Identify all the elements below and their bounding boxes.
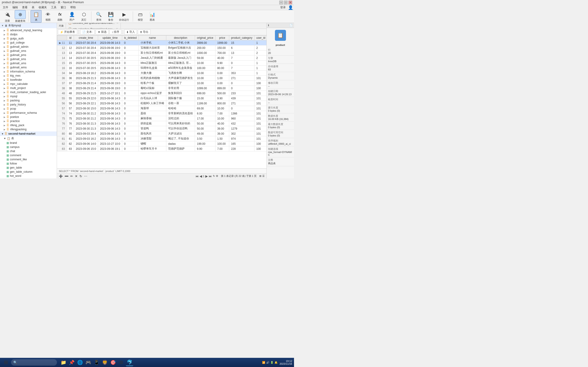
cell-name[interactable]: 烘焙盆栽 <box>138 121 166 126</box>
cell-price[interactable]: 100.00 <box>215 141 229 146</box>
cell-name[interactable]: 50周年礼盒装 <box>138 66 166 71</box>
cell-user_id[interactable]: 100 <box>254 146 267 151</box>
cell-is_deleted[interactable]: 0 <box>122 71 139 76</box>
cell-update_time[interactable]: 2023-09-06 14:3 <box>98 136 122 141</box>
cell-user_id[interactable]: 101 <box>254 126 267 131</box>
cell-name[interactable]: 松能8G 人体工学椅 <box>138 101 166 106</box>
cell-product_category[interactable]: 0 <box>229 81 254 86</box>
sidebar-db-lovefinder[interactable]: ▶🗄lovefinder <box>0 78 57 82</box>
text-button[interactable]: 📄 文本· <box>80 29 95 35</box>
table-row[interactable]: 74742023-08-30 21:22023-09-06 14:30荔枝非常新… <box>57 111 267 116</box>
tab-comment_like[interactable]: 📋comment_like @second-hand-mark...✕ <box>66 23 121 26</box>
cell-user_id[interactable]: 1 <box>254 71 267 76</box>
cell-is_deleted[interactable]: 0 <box>122 106 139 111</box>
sidebar-db-rifengpacking[interactable]: ▶🗄rifengpacking <box>0 127 57 131</box>
grid-view-icon[interactable]: ⊞ <box>259 175 261 177</box>
cell-id[interactable]: 12 <box>67 45 74 50</box>
table-row[interactable]: 13132023-07-30 20:42023-09-06 19:00富士拍立得… <box>57 50 267 56</box>
cell-description[interactable]: 大萨法泌法 <box>166 131 195 136</box>
cell-name[interactable]: Java从入门到精通 <box>138 56 166 60</box>
cell-original_price[interactable]: 49.00 <box>195 131 215 136</box>
cell-id[interactable]: 81 <box>67 136 74 141</box>
cell-id[interactable]: 83 <box>67 146 74 151</box>
cell-update_time[interactable]: 2023-10-27 10:0 <box>98 141 122 146</box>
sidebar-table-gen_table[interactable]: ▦gen_table <box>2 166 57 170</box>
cell-original_price[interactable]: 17.00 <box>195 116 215 121</box>
cell-update_time[interactable]: 2023-09-06 14:3 <box>98 111 122 116</box>
col-header-original_price[interactable]: original_price <box>195 35 215 40</box>
cell-create_time[interactable]: 2023-09-03 20:4 <box>74 131 98 136</box>
toolbar-user[interactable]: 👤 用户 <box>66 10 78 23</box>
menu-file[interactable]: 文件 <box>1 5 10 10</box>
nav-refresh[interactable]: ↻ <box>213 175 215 177</box>
toolbar-connect[interactable]: 🔌 <box>2 10 13 19</box>
cell-is_deleted[interactable]: 0 <box>122 146 139 151</box>
cell-original_price[interactable]: 1099.00 <box>195 86 215 91</box>
refresh-icon[interactable]: ↻ <box>79 174 82 178</box>
cell-create_time[interactable]: 2023-07-30 20:4 <box>74 45 98 50</box>
cell-is_deleted[interactable]: 0 <box>122 116 139 121</box>
ddl-icon[interactable]: 📄 <box>289 24 293 27</box>
cell-name[interactable]: 大撒大撒 <box>138 71 166 76</box>
cell-create_time[interactable]: 2023-07-30 20:4 <box>74 40 98 45</box>
cell-user_id[interactable]: 101 <box>254 116 267 121</box>
cell-description[interactable]: 国际服个服 <box>166 96 195 101</box>
cell-user_id[interactable]: 100 <box>254 81 267 86</box>
toolbar-new-query[interactable]: ⊕ <box>15 10 26 19</box>
menu-favorites[interactable]: 收藏夹 <box>37 5 49 10</box>
cell-id[interactable]: 75 <box>67 116 74 121</box>
cell-product_category[interactable]: 1279 <box>229 126 254 131</box>
cell-description[interactable]: 非常好用 <box>166 86 195 91</box>
cell-update_time[interactable]: 2023-09-06 19:1 <box>98 146 122 151</box>
nav-next[interactable]: ▶ <box>205 174 208 178</box>
sidebar-db-muti_container_loading_aolei[interactable]: ▶🗄muti_container_loading_aolei <box>0 90 57 94</box>
cell-original_price[interactable]: 59.00 <box>195 56 215 60</box>
cell-price[interactable]: 10.00 <box>215 116 229 121</box>
sidebar-db-gulimall_pms[interactable]: ▶🗄gulimall_pms <box>0 53 57 57</box>
cell-update_time[interactable]: 2023-09-06 19:0 <box>98 45 122 50</box>
cell-user_id[interactable]: 101 <box>254 106 267 111</box>
cell-name[interactable]: 宝格丽大吉岭茶 <box>138 45 166 50</box>
cell-create_time[interactable]: 2023-08-30 21:2 <box>74 111 98 116</box>
cell-original_price[interactable]: 8.00 <box>195 111 215 116</box>
cell-product_category[interactable]: 353 <box>229 71 254 76</box>
toolbar-model[interactable]: 🗃 模型 <box>135 10 146 23</box>
cell-product_category[interactable]: 165 <box>229 141 254 146</box>
cell-price[interactable]: 7.00 <box>215 146 229 151</box>
sidebar-db-performance_schema[interactable]: ▶🗄performance_schema <box>0 111 57 115</box>
cell-name[interactable]: 哈啰单车月卡 <box>138 146 166 151</box>
sidebar-db-second-hand-market[interactable]: ▼🗄second-hand-market <box>0 131 57 136</box>
cell-price[interactable]: 39.00 <box>215 126 229 131</box>
edit-row-icon[interactable]: ✏ <box>70 174 73 178</box>
table-row[interactable]: 37372023-08-29 21:42023-09-06 19:00给客户个板… <box>57 81 267 86</box>
cell-is_deleted[interactable]: 0 <box>122 131 139 136</box>
cell-id[interactable]: 77 <box>67 126 74 131</box>
cell-create_time[interactable]: 2023-08-29 21:4 <box>74 81 98 86</box>
cell-product_category[interactable]: 0 <box>229 86 254 91</box>
cell-update_time[interactable]: 2023-09-06 19:0 <box>98 86 122 91</box>
cell-update_time[interactable]: 2023-09-06 19:0 <box>98 50 122 56</box>
menu-view[interactable]: 查看 <box>20 5 29 10</box>
sidebar-db-dsdps[interactable]: ▶🗄dsdps <box>0 32 57 36</box>
cell-product_category[interactable]: 7 <box>229 66 254 71</box>
cell-name[interactable]: 给客户个板 <box>138 81 166 86</box>
cell-user_id[interactable]: 101 <box>254 121 267 126</box>
cell-description[interactable]: 富士拍立得相机mi <box>166 50 195 56</box>
cell-create_time[interactable]: 2023-08-19 16:2 <box>74 71 98 76</box>
table-row[interactable]: 76762023-08-30 21:32023-09-06 14:30烘焙盆栽可… <box>57 121 267 126</box>
col-header-create_time[interactable]: create_time <box>74 35 98 40</box>
cell-update_time[interactable]: 2023-09-06 14:3 <box>98 116 122 121</box>
table-row[interactable]: 16162023-07-30 20:52023-09-06 14:3050周年礼… <box>57 66 267 71</box>
cell-description[interactable]: 范德萨范德萨 <box>166 146 195 151</box>
sidebar-db-party_history[interactable]: ▶🗄party_history <box>0 102 57 107</box>
cell-original_price[interactable]: 50.00 <box>195 121 215 126</box>
cell-price[interactable]: 1999.00 <box>215 40 229 45</box>
cell-update_time[interactable]: 2023-09-06 14:3 <box>98 121 122 126</box>
table-row[interactable]: 75752023-08-30 21:22023-09-06 14:30麻辣香锅没… <box>57 116 267 121</box>
cell-user_id[interactable]: 100 <box>254 141 267 146</box>
cell-create_time[interactable]: 2023-08-30 15:0 <box>74 106 98 111</box>
col-header-product_category[interactable]: product_category <box>229 35 254 40</box>
cell-create_time[interactable]: 2023-08-30 21:2 <box>74 116 98 121</box>
sidebar-db-gulimall_admin[interactable]: ▶🗄gulimall_admin <box>0 45 57 49</box>
cell-description[interactable]: dadas <box>166 141 195 146</box>
